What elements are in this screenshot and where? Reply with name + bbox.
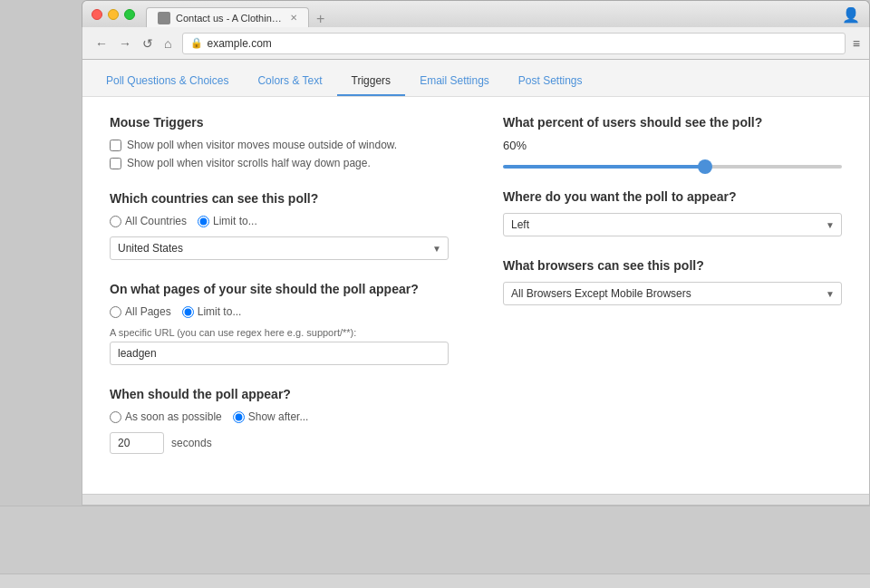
position-title: Where do you want the poll to appear? — [503, 189, 842, 204]
all-countries-radio[interactable] — [110, 216, 121, 227]
mouse-trigger-1-label[interactable]: Show poll when visitor moves mouse outsi… — [110, 139, 449, 151]
lock-icon: 🔒 — [190, 37, 203, 49]
home-button[interactable]: ⌂ — [160, 34, 175, 53]
mouse-trigger-2-label[interactable]: Show poll when visitor scrolls half way … — [110, 157, 449, 169]
browser-tab-title: Contact us - A Clothing St — [176, 13, 285, 24]
tab-close-icon[interactable]: ✕ — [290, 13, 297, 23]
when-section: When should the poll appear? As soon as … — [110, 387, 449, 454]
url-text[interactable]: example.com — [207, 37, 271, 50]
asap-label[interactable]: As soon as possible — [110, 410, 222, 423]
tab-colors-text[interactable]: Colors & Text — [243, 67, 336, 96]
show-after-label[interactable]: Show after... — [233, 410, 309, 423]
url-label: A specific URL (you can use regex here e… — [110, 327, 449, 338]
seconds-input[interactable] — [110, 432, 164, 454]
seconds-row: seconds — [110, 432, 449, 454]
scrollbar-area[interactable] — [82, 494, 869, 505]
all-pages-label[interactable]: All Pages — [110, 305, 171, 318]
mouse-trigger-1-checkbox[interactable] — [110, 140, 121, 151]
right-panel: What percent of users should see the pol… — [503, 115, 842, 476]
nav-buttons: ← → ↺ ⌂ — [92, 34, 175, 53]
limit-pages-text: Limit to... — [198, 305, 242, 318]
pages-section: On what pages of your site should the po… — [110, 282, 449, 365]
position-section: Where do you want the poll to appear? Le… — [503, 189, 842, 236]
mouse-trigger-1-text: Show poll when visitor moves mouse outsi… — [127, 139, 397, 151]
bottom-bar: SD Feedback — [0, 574, 870, 588]
asap-radio[interactable] — [110, 411, 121, 423]
show-after-text: Show after... — [248, 410, 309, 423]
limit-countries-radio[interactable] — [198, 216, 209, 227]
when-radio-group: As soon as possible Show after... — [110, 410, 449, 423]
limit-countries-text: Limit to... — [213, 215, 257, 227]
country-select-wrapper[interactable]: United States Canada United Kingdom ▼ — [110, 236, 449, 260]
reload-button[interactable]: ↺ — [139, 34, 157, 53]
countries-radio-group: All Countries Limit to... — [110, 215, 449, 227]
tab-favicon-icon — [158, 12, 170, 24]
when-title: When should the poll appear? — [110, 387, 449, 401]
percent-section: What percent of users should see the pol… — [503, 115, 842, 171]
active-browser-tab[interactable]: Contact us - A Clothing St ✕ — [146, 7, 309, 27]
address-bar: ← → ↺ ⌂ 🔒 example.com ≡ — [82, 27, 870, 60]
tab-email-settings[interactable]: Email Settings — [405, 67, 504, 96]
percent-value-label: 60% — [503, 139, 842, 152]
countries-section: Which countries can see this poll? All C… — [110, 191, 449, 260]
percent-title: What percent of users should see the pol… — [503, 115, 842, 130]
show-after-radio[interactable] — [233, 411, 245, 423]
countries-title: Which countries can see this poll? — [110, 191, 449, 206]
pages-title: On what pages of your site should the po… — [110, 282, 449, 296]
asap-text: As soon as possible — [125, 410, 222, 423]
mouse-triggers-section: Mouse Triggers Show poll when visitor mo… — [110, 115, 449, 169]
tab-bar: Contact us - A Clothing St ✕ + — [82, 1, 332, 27]
url-input[interactable] — [110, 342, 449, 365]
all-pages-text: All Pages — [125, 305, 171, 318]
bottom-area: SD Feedback — [0, 506, 870, 588]
page-content: Poll Questions & Choices Colors & Text T… — [82, 60, 870, 506]
all-pages-radio[interactable] — [110, 306, 121, 318]
limit-pages-label[interactable]: Limit to... — [182, 305, 242, 318]
browsers-title: What browsers can see this poll? — [503, 258, 842, 273]
main-content: Mouse Triggers Show poll when visitor mo… — [82, 97, 869, 494]
limit-countries-label[interactable]: Limit to... — [198, 215, 257, 227]
left-panel: Mouse Triggers Show poll when visitor mo… — [110, 115, 449, 476]
browsers-select[interactable]: All Browsers Except Mobile Browsers All … — [503, 282, 842, 305]
tab-triggers[interactable]: Triggers — [337, 67, 406, 96]
position-select[interactable]: Left Right Center — [503, 213, 842, 236]
browsers-section: What browsers can see this poll? All Bro… — [503, 258, 842, 305]
title-bar: Contact us - A Clothing St ✕ + 👤 — [82, 0, 870, 27]
all-countries-label[interactable]: All Countries — [110, 215, 187, 227]
percent-slider[interactable] — [503, 165, 842, 169]
bottom-checkerboard — [0, 506, 870, 574]
browser-menu-button[interactable]: ≡ — [853, 36, 860, 51]
mouse-triggers-title: Mouse Triggers — [110, 115, 449, 130]
mouse-trigger-2-checkbox[interactable] — [110, 158, 121, 169]
browsers-select-wrapper[interactable]: All Browsers Except Mobile Browsers All … — [503, 282, 842, 305]
seconds-label: seconds — [171, 437, 212, 449]
forward-button[interactable]: → — [115, 34, 135, 53]
tab-poll-questions[interactable]: Poll Questions & Choices — [92, 67, 243, 96]
mouse-trigger-2-text: Show poll when visitor scrolls half way … — [127, 157, 371, 169]
limit-pages-radio[interactable] — [182, 306, 194, 318]
tab-post-settings[interactable]: Post Settings — [504, 67, 597, 96]
back-button[interactable]: ← — [92, 34, 111, 53]
all-countries-text: All Countries — [125, 215, 187, 227]
new-tab-button[interactable]: + — [309, 11, 332, 27]
position-select-wrapper[interactable]: Left Right Center ▼ — [503, 213, 842, 236]
tabs-nav: Poll Questions & Choices Colors & Text T… — [82, 60, 869, 97]
user-icon: 👤 — [842, 6, 860, 22]
pages-radio-group: All Pages Limit to... — [110, 305, 449, 318]
url-field[interactable]: 🔒 example.com — [182, 33, 845, 54]
country-select[interactable]: United States Canada United Kingdom — [110, 236, 449, 260]
